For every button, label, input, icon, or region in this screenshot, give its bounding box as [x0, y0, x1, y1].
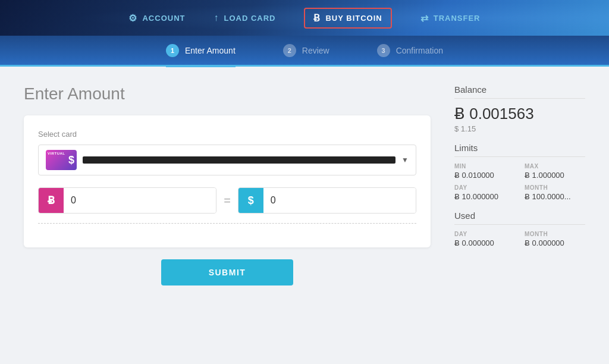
left-panel: Enter Amount Select card $ ▼ Ƀ = $	[24, 84, 431, 352]
used-month: MONTH Ƀ 0.000000	[525, 231, 585, 247]
card-thumbnail: $	[46, 150, 77, 170]
nav-load-card[interactable]: ↑ LOAD CARD	[214, 12, 275, 23]
card-number-masked	[83, 156, 395, 164]
balance-divider	[454, 98, 585, 99]
limits-title: Limits	[454, 143, 585, 153]
limit-min-label: MIN	[454, 163, 515, 170]
limit-month: MONTH Ƀ 100.0000...	[525, 184, 585, 201]
limit-max-value: Ƀ 1.000000	[525, 171, 585, 180]
step-review[interactable]: 2 Review	[283, 44, 329, 57]
card-selector[interactable]: $ ▼	[38, 145, 416, 175]
used-grid: DAY Ƀ 0.000000 MONTH Ƀ 0.000000	[454, 231, 585, 247]
limits-divider	[454, 156, 585, 157]
step2-number: 2	[283, 44, 296, 57]
step-enter-amount[interactable]: 1 Enter Amount	[166, 44, 236, 57]
usd-prefix-icon: $	[238, 188, 263, 213]
usd-amount-input[interactable]	[263, 188, 416, 213]
used-month-label: MONTH	[525, 231, 585, 237]
limit-max: MAX Ƀ 1.000000	[525, 163, 585, 180]
top-nav: ⚙ ACCOUNT ↑ LOAD CARD Ƀ BUY BITCOIN ⇄ TR…	[0, 0, 609, 36]
submit-button[interactable]: SUBMIT	[161, 259, 294, 285]
submit-row: SUBMIT	[24, 259, 431, 285]
limit-day-value: Ƀ 10.000000	[454, 192, 515, 201]
bitcoin-icon: Ƀ	[313, 12, 321, 24]
limits-section: Limits MIN Ƀ 0.010000 MAX Ƀ 1.000000 DAY…	[454, 143, 585, 201]
card-dollar-icon: $	[68, 154, 74, 167]
account-icon: ⚙	[128, 12, 137, 24]
step-confirmation[interactable]: 3 Confirmation	[377, 44, 443, 57]
page-title: Enter Amount	[24, 84, 431, 103]
balance-title: Balance	[454, 84, 585, 95]
limit-min: MIN Ƀ 0.010000	[454, 163, 515, 180]
limit-day: DAY Ƀ 10.000000	[454, 184, 515, 201]
balance-btc-value: Ƀ 0.001563	[454, 105, 585, 123]
usd-input-group: $	[238, 187, 416, 214]
balance-usd-value: $ 1.15	[454, 124, 585, 133]
limit-month-label: MONTH	[525, 184, 585, 191]
used-day-value: Ƀ 0.000000	[454, 239, 515, 247]
limit-max-label: MAX	[525, 163, 585, 170]
btc-amount-input[interactable]	[64, 188, 216, 213]
card-select-label: Select card	[38, 130, 416, 139]
step3-number: 3	[377, 44, 390, 57]
transfer-icon: ⇄	[420, 12, 429, 24]
main-content: Enter Amount Select card $ ▼ Ƀ = $	[0, 67, 609, 364]
limit-month-value: Ƀ 100.0000...	[525, 192, 585, 201]
balance-section: Balance Ƀ 0.001563 $ 1.15	[454, 84, 585, 133]
steps-bar: 1 Enter Amount 2 Review 3 Confirmation	[0, 36, 609, 67]
step1-number: 1	[166, 44, 179, 57]
chevron-down-icon: ▼	[401, 156, 409, 164]
right-panel: Balance Ƀ 0.001563 $ 1.15 Limits MIN Ƀ 0…	[454, 84, 585, 352]
btc-prefix-icon: Ƀ	[39, 188, 64, 213]
used-section: Used DAY Ƀ 0.000000 MONTH Ƀ 0.000000	[454, 211, 585, 247]
used-day-label: DAY	[454, 231, 515, 237]
used-title: Used	[454, 211, 585, 221]
equals-sign: =	[224, 194, 231, 208]
nav-buy-bitcoin[interactable]: Ƀ BUY BITCOIN	[304, 8, 391, 29]
used-month-value: Ƀ 0.000000	[525, 239, 585, 247]
limit-day-label: DAY	[454, 184, 515, 191]
form-card: Select card $ ▼ Ƀ = $	[24, 115, 431, 247]
limit-min-value: Ƀ 0.010000	[454, 171, 515, 180]
used-divider	[454, 224, 585, 225]
amount-row: Ƀ = $	[38, 187, 416, 214]
nav-transfer[interactable]: ⇄ TRANSFER	[420, 12, 481, 24]
used-day: DAY Ƀ 0.000000	[454, 231, 515, 247]
upload-icon: ↑	[214, 12, 219, 23]
nav-account[interactable]: ⚙ ACCOUNT	[128, 12, 185, 24]
dashed-divider	[38, 223, 416, 224]
btc-input-group: Ƀ	[38, 187, 216, 214]
limits-grid: MIN Ƀ 0.010000 MAX Ƀ 1.000000 DAY Ƀ 10.0…	[454, 163, 585, 201]
